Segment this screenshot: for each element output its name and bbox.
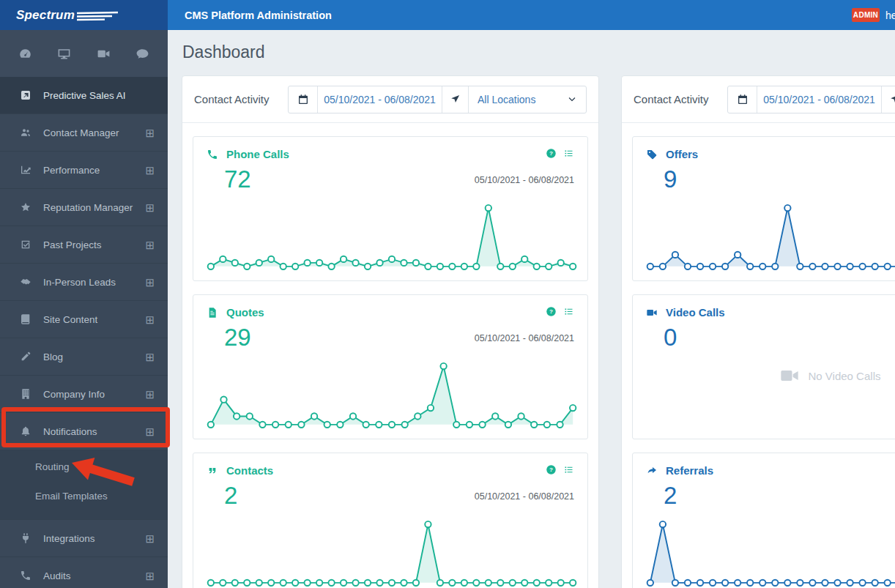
admin-badge: ADMIN [852, 8, 880, 22]
sidebar-item-label: Audits [43, 570, 145, 581]
sidebar-item-label: Blog [43, 351, 145, 362]
building-icon [20, 388, 31, 400]
sidebar-item-label: Site Content [43, 314, 145, 325]
sidebar-item-label: Past Projects [43, 239, 145, 250]
contacts-sparkline [207, 516, 577, 588]
plus-square-icon[interactable]: ⊞ [145, 426, 155, 437]
quote-icon [207, 465, 218, 477]
sidebar-item-label: Predictive Sales AI [43, 90, 155, 101]
sidebar-item-site-content[interactable]: Site Content ⊞ [0, 301, 168, 338]
brand-text: Spectrum [16, 8, 75, 23]
panel-header: Contact Activity 05/10/2021 - 06/08/2021 [622, 76, 895, 123]
contact-activity-panel-left: Contact Activity 05/10/2021 - 06/08/2021… [182, 75, 599, 588]
sidebar-item-label: Integrations [43, 533, 145, 544]
user-menu[interactable]: he [885, 0, 895, 30]
sidebar-item-label: Reputation Manager [43, 202, 145, 213]
users-icon [20, 127, 31, 138]
calendar-icon[interactable] [289, 86, 318, 113]
sidebar-subitem-routing[interactable]: Routing [0, 452, 168, 481]
sidebar-item-notifications[interactable]: Notifications ⊞ [0, 413, 168, 450]
sidebar-icon-tabs [0, 30, 168, 77]
card-title: Contacts [226, 464, 273, 477]
card-title: Quotes [226, 306, 264, 319]
sidebar-item-performance[interactable]: Performance ⊞ [0, 152, 168, 189]
sidebar-item-audits[interactable]: Audits ⊞ [0, 557, 168, 588]
help-icon[interactable] [546, 464, 557, 475]
phone-icon [207, 149, 218, 160]
plus-square-icon[interactable]: ⊞ [145, 239, 155, 250]
contacts-card: Contacts 2 05/10/2021 - 06/08/2021 [193, 453, 588, 588]
plus-square-icon[interactable]: ⊞ [145, 277, 155, 288]
location-arrow-icon[interactable] [442, 86, 469, 113]
card-title: Offers [666, 148, 698, 160]
page-title: Dashboard [182, 42, 265, 62]
plus-square-icon[interactable]: ⊞ [145, 351, 155, 362]
card-date-range: 05/10/2021 - 06/08/2021 [475, 333, 574, 343]
locations-select[interactable]: All Locations [469, 86, 586, 113]
help-icon[interactable] [546, 306, 557, 317]
sidebar-item-past-projects[interactable]: Past Projects ⊞ [0, 226, 168, 264]
sidebar-item-blog[interactable]: Blog ⊞ [0, 338, 168, 376]
sidebar-item-integrations[interactable]: Integrations ⊞ [0, 520, 168, 557]
plus-square-icon[interactable]: ⊞ [145, 127, 155, 138]
panel-header: Contact Activity 05/10/2021 - 06/08/2021… [182, 76, 598, 123]
card-date-range: 05/10/2021 - 06/08/2021 [475, 491, 574, 502]
location-arrow-icon[interactable] [882, 86, 895, 113]
panel-title: Contact Activity [634, 93, 709, 105]
brand-logo: Spectrum [0, 0, 168, 30]
pencil-icon [20, 351, 31, 362]
list-view-icon[interactable] [563, 464, 574, 475]
video-calls-card: Video Calls 0 No Video Calls [632, 294, 895, 439]
video-icon[interactable] [86, 39, 120, 68]
desktop-icon[interactable] [48, 39, 81, 68]
tag-icon [646, 149, 658, 160]
video-icon [779, 365, 800, 386]
sidebar-item-contact-manager[interactable]: Contact Manager ⊞ [0, 114, 168, 152]
sidebar-item-in-person-leads[interactable]: In-Person Leads ⊞ [0, 264, 168, 301]
plus-square-icon[interactable]: ⊞ [145, 389, 155, 400]
sidebar-subitem-email-templates[interactable]: Email Templates [0, 481, 168, 510]
topbar: Spectrum CMS Platform Administration ADM… [0, 0, 895, 30]
card-date-range: 05/10/2021 - 06/08/2021 [475, 175, 574, 185]
date-range-input[interactable]: 05/10/2021 - 06/08/2021 [757, 86, 882, 113]
panel-body: Phone Calls 72 05/10/2021 - 06/08/2021 Q… [182, 123, 598, 588]
date-range-input[interactable]: 05/10/2021 - 06/08/2021 [318, 86, 442, 113]
panel-title: Contact Activity [194, 93, 270, 105]
help-icon[interactable] [546, 148, 557, 159]
app-screen: Spectrum CMS Platform Administration ADM… [0, 0, 895, 588]
sidebar-item-label: Notifications [43, 426, 145, 437]
card-value: 0 [664, 324, 895, 351]
list-view-icon[interactable] [563, 306, 574, 317]
phone-calls-card: Phone Calls 72 05/10/2021 - 06/08/2021 [193, 136, 588, 281]
gauge-icon[interactable] [9, 39, 42, 68]
plus-square-icon[interactable]: ⊞ [145, 165, 155, 176]
contact-activity-panel-right: Contact Activity 05/10/2021 - 06/08/2021… [621, 75, 895, 588]
sidebar-item-label: Performance [43, 165, 145, 176]
chart-line-icon [20, 164, 31, 176]
plus-square-icon[interactable]: ⊞ [145, 570, 155, 581]
card-title: Phone Calls [226, 148, 289, 160]
sidebar-item-company-info[interactable]: Company Info ⊞ [0, 376, 168, 413]
phone-icon [20, 570, 31, 581]
card-value: 2 [664, 482, 895, 510]
notifications-submenu: Routing Email Templates [0, 450, 168, 520]
plus-square-icon[interactable]: ⊞ [145, 202, 155, 213]
panel-body: Offers 9 Video Calls 0 [622, 123, 895, 588]
brand-speed-lines-icon [77, 10, 119, 22]
card-value: 9 [664, 165, 895, 193]
sidebar-item-reputation-manager[interactable]: Reputation Manager ⊞ [0, 189, 168, 226]
offers-card: Offers 9 [632, 136, 895, 281]
plus-square-icon[interactable]: ⊞ [145, 533, 155, 544]
video-icon [646, 307, 658, 319]
panel-controls: 05/10/2021 - 06/08/2021 All Locations [288, 86, 587, 113]
plus-square-icon[interactable]: ⊞ [145, 314, 155, 325]
list-view-icon[interactable] [563, 148, 574, 159]
star-icon [20, 201, 31, 213]
bell-icon [20, 425, 31, 437]
external-link-square-icon [20, 89, 31, 101]
calendar-icon[interactable] [728, 86, 757, 113]
check-square-icon [20, 239, 31, 250]
sidebar-item-predictive-sales-ai[interactable]: Predictive Sales AI [0, 77, 168, 114]
comment-icon[interactable] [125, 39, 159, 68]
no-video-calls-placeholder: No Video Calls [633, 365, 895, 386]
